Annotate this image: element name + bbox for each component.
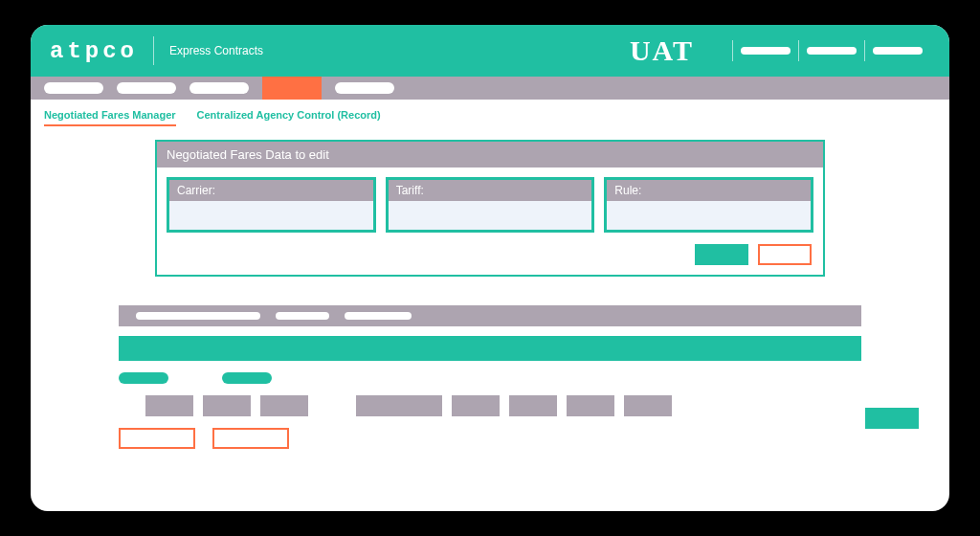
outline-button-1[interactable] bbox=[119, 428, 195, 449]
rule-label: Rule: bbox=[607, 180, 811, 201]
tariff-label: Tariff: bbox=[389, 180, 592, 201]
toolbar-item-1[interactable] bbox=[136, 312, 260, 320]
app-window: atpco Express Contracts UAT Negotiated F… bbox=[31, 25, 949, 511]
block-2[interactable] bbox=[203, 395, 251, 416]
environment-badge: UAT bbox=[630, 34, 694, 67]
block-7[interactable] bbox=[567, 395, 614, 416]
block-8[interactable] bbox=[624, 395, 672, 416]
block-5[interactable] bbox=[452, 395, 500, 416]
app-title: Express Contracts bbox=[169, 44, 263, 57]
sub-navigation: Negotiated Fares Manager Centralized Age… bbox=[31, 100, 949, 132]
panel-title: Negotiated Fares Data to edit bbox=[157, 142, 823, 168]
carrier-label: Carrier: bbox=[169, 180, 373, 201]
toolbar-item-3[interactable] bbox=[345, 312, 412, 320]
action-row bbox=[119, 428, 861, 449]
block-6[interactable] bbox=[509, 395, 557, 416]
lower-section bbox=[119, 305, 861, 449]
header-action-2[interactable] bbox=[807, 47, 857, 55]
header-action-1[interactable] bbox=[741, 47, 791, 55]
tag-2[interactable] bbox=[222, 372, 272, 384]
app-header: atpco Express Contracts UAT bbox=[31, 25, 949, 77]
cancel-button[interactable] bbox=[758, 244, 812, 265]
tab-centralized-agency-control[interactable]: Centralized Agency Control (Record) bbox=[197, 109, 381, 126]
menu-item-5[interactable] bbox=[335, 82, 394, 94]
panel-actions bbox=[167, 244, 813, 265]
carrier-input[interactable] bbox=[169, 201, 373, 230]
tab-negotiated-fares-manager[interactable]: Negotiated Fares Manager bbox=[44, 109, 176, 126]
menu-item-1[interactable] bbox=[44, 82, 103, 94]
lower-toolbar bbox=[119, 305, 861, 326]
block-gap bbox=[318, 395, 346, 416]
header-actions bbox=[732, 40, 930, 61]
section-band bbox=[119, 336, 861, 361]
tag-row bbox=[119, 372, 861, 384]
panel-body: Carrier: Tariff: Rule: bbox=[157, 168, 823, 275]
rule-input[interactable] bbox=[607, 201, 811, 230]
block-1[interactable] bbox=[145, 395, 193, 416]
field-carrier: Carrier: bbox=[167, 177, 376, 233]
main-menubar bbox=[31, 77, 949, 100]
block-3[interactable] bbox=[260, 395, 308, 416]
block-row bbox=[119, 395, 861, 416]
submit-button[interactable] bbox=[695, 244, 748, 265]
block-4[interactable] bbox=[356, 395, 442, 416]
outline-button-2[interactable] bbox=[212, 428, 289, 449]
brand-logo: atpco bbox=[50, 38, 138, 64]
header-action-3[interactable] bbox=[873, 47, 923, 55]
toolbar-item-2[interactable] bbox=[276, 312, 329, 320]
menu-item-4-active[interactable] bbox=[262, 77, 322, 100]
field-rule: Rule: bbox=[604, 177, 813, 233]
header-divider bbox=[153, 36, 154, 65]
fields-row: Carrier: Tariff: Rule: bbox=[167, 177, 813, 233]
side-action-button[interactable] bbox=[865, 408, 919, 429]
tariff-input[interactable] bbox=[389, 201, 592, 230]
tag-1[interactable] bbox=[119, 372, 168, 384]
menu-item-2[interactable] bbox=[117, 82, 176, 94]
field-tariff: Tariff: bbox=[386, 177, 595, 233]
menu-item-3[interactable] bbox=[189, 82, 249, 94]
edit-panel: Negotiated Fares Data to edit Carrier: T… bbox=[155, 140, 825, 277]
